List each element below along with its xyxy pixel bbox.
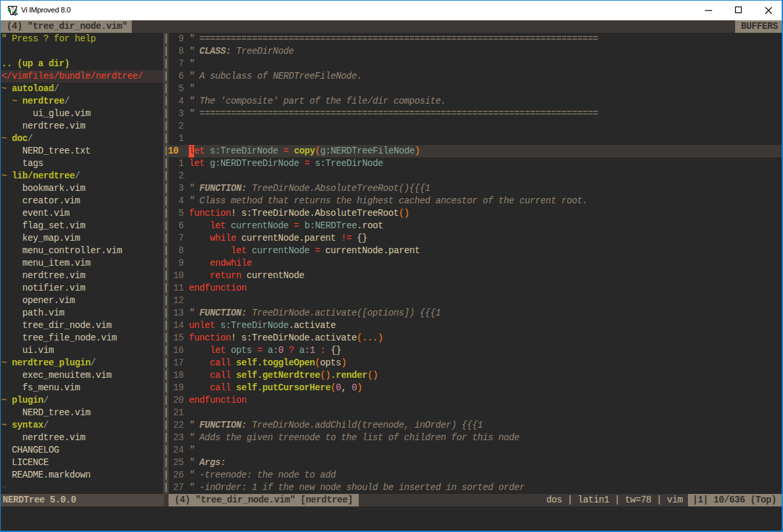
svg-text:im: im (12, 10, 18, 16)
